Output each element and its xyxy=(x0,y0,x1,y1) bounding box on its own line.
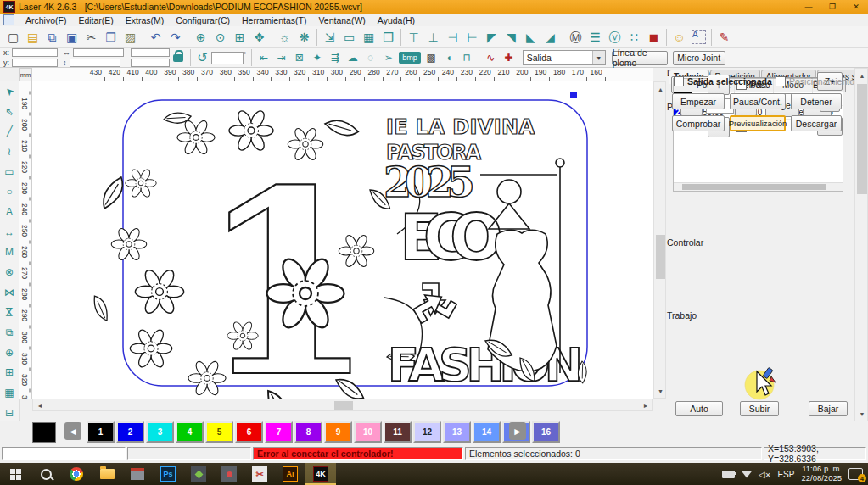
previsualizacion-button[interactable]: Previsualización xyxy=(730,115,786,131)
position-toolbar: x: y: ↔ ↕ ↺ ° ⇤⇥⊠✦⇶☁◌➢ bmp ▩◖⊓ ∿✚ Salida… xyxy=(0,48,868,68)
ruler-number: 210 xyxy=(495,68,513,81)
volume-muted-icon[interactable]: ◁✕ xyxy=(759,470,770,479)
status-input[interactable] xyxy=(2,447,126,460)
chrome-app[interactable] xyxy=(61,463,92,485)
salida-seleccionada-checkbox[interactable]: Salida seleccionada xyxy=(674,76,772,86)
scroll-down-icon[interactable]: ▼ xyxy=(855,409,868,419)
angle-input[interactable] xyxy=(211,52,244,64)
menu-item[interactable]: Configurar(C) xyxy=(170,15,236,25)
vertical-scrollbar[interactable]: ▲ ▼ xyxy=(653,81,666,399)
salida-dropdown[interactable]: Salida▼ xyxy=(523,50,606,65)
palette-swatch[interactable]: 10 xyxy=(354,421,382,443)
y-label: y: xyxy=(3,59,9,67)
wifi-icon[interactable] xyxy=(742,471,752,478)
panel-scrollbar[interactable]: ▲ ▼ xyxy=(854,68,868,421)
start-button[interactable] xyxy=(0,463,31,485)
multi-move-icon: ⇶ xyxy=(331,52,339,64)
menu-item[interactable]: Ventana(W) xyxy=(312,15,371,25)
subir-button[interactable]: Subir xyxy=(740,401,779,416)
palette-prev-button[interactable]: ◄ xyxy=(64,422,81,440)
ruler-number: 230 xyxy=(19,177,31,198)
empezar-button[interactable]: Empezar xyxy=(672,93,725,109)
scroll-up-icon[interactable]: ▲ xyxy=(855,70,868,81)
ruler-number: 190 xyxy=(531,68,550,81)
ruler-number: 270 xyxy=(384,68,402,81)
illustrator-app[interactable]: Ai xyxy=(275,463,305,485)
system-tray: ◁✕ ESP 11:06 p. m. 22/08/2025 4 xyxy=(722,465,868,483)
new-file-icon: ▢ xyxy=(8,31,19,43)
file-explorer-app[interactable] xyxy=(92,463,122,485)
posicionamiento-checkbox[interactable]: Posicionamiento xyxy=(776,76,854,86)
drawing-canvas[interactable]: 1 IE LA DIVINA PASTORA 2025 ECO FASHION xyxy=(32,81,653,399)
palette-swatch[interactable]: 11 xyxy=(384,421,412,443)
scroll-down-icon[interactable]: ▼ xyxy=(654,386,667,396)
dither-icon: ▩ xyxy=(427,52,436,64)
height-input[interactable] xyxy=(70,59,120,67)
menu-item[interactable]: Editar(E) xyxy=(72,15,119,25)
palette-swatch[interactable]: 13 xyxy=(443,421,471,443)
palette-swatch[interactable]: 1 xyxy=(87,421,115,443)
palette-swatch[interactable]: 3 xyxy=(146,421,174,443)
palette-swatch[interactable]: 12 xyxy=(413,421,441,443)
windows-icon xyxy=(10,469,21,480)
rotate-icon[interactable]: ↺ xyxy=(193,49,211,66)
align-corner-br-icon: ◢ xyxy=(546,31,555,43)
notification-icon[interactable]: 4 xyxy=(848,468,863,480)
cloud-icon: ☁ xyxy=(348,52,358,64)
horizontal-scrollbar[interactable]: ◄ ► xyxy=(32,399,653,411)
menu-item[interactable]: Extras(M) xyxy=(120,15,171,25)
language-indicator[interactable]: ESP xyxy=(777,470,794,479)
close-button[interactable]: ✕ xyxy=(844,0,868,14)
palette-next-button[interactable]: ► xyxy=(509,422,526,440)
minimize-button[interactable]: — xyxy=(797,0,820,14)
palette-swatch[interactable]: 4 xyxy=(176,421,204,443)
menu-item[interactable]: Archivo(F) xyxy=(20,15,72,25)
detener-button[interactable]: Detener xyxy=(791,93,842,109)
ruler-number: 240 xyxy=(19,198,31,220)
scale-y-input[interactable] xyxy=(131,59,170,67)
palette-swatch[interactable]: 5 xyxy=(205,421,233,443)
scale-x-input[interactable] xyxy=(131,48,170,57)
photoshop-app[interactable]: Ps xyxy=(153,463,183,485)
scroll-up-icon[interactable]: ▲ xyxy=(654,84,667,94)
ruler-number: 220 xyxy=(476,68,495,81)
bmp-button[interactable]: bmp xyxy=(399,52,421,64)
bajar-button[interactable]: Bajar xyxy=(809,401,848,416)
clock[interactable]: 11:06 p. m. 22/08/2025 xyxy=(801,465,842,483)
comprobar-button[interactable]: Comprobar xyxy=(672,115,725,131)
palette-swatch[interactable]: 14 xyxy=(473,421,501,443)
lead-line-button[interactable]: Línea de plomo xyxy=(612,51,668,65)
search-button[interactable] xyxy=(31,463,61,485)
descargar-button[interactable]: Descargar xyxy=(791,115,842,131)
palette-swatch[interactable]: 8 xyxy=(294,421,322,443)
battery-icon[interactable] xyxy=(722,471,735,478)
recycle-icon xyxy=(410,283,456,324)
ruler-number: 370 xyxy=(198,68,216,81)
y-input[interactable] xyxy=(12,59,58,67)
laser-utility-app[interactable] xyxy=(122,463,153,485)
palette-swatch[interactable]: 7 xyxy=(265,421,293,443)
image-editor-app[interactable] xyxy=(214,463,244,485)
scroll-left-icon[interactable]: ◄ xyxy=(35,399,45,412)
menu-item[interactable]: Herramientas(T) xyxy=(236,15,312,25)
auto-button[interactable]: Auto xyxy=(675,401,723,416)
photo-viewer-app[interactable] xyxy=(183,463,214,485)
x-input[interactable] xyxy=(12,48,58,57)
bridge-icon: ⊓ xyxy=(463,52,471,64)
menu-item[interactable]: Ayuda(H) xyxy=(372,15,421,25)
scroll-right-icon[interactable]: ► xyxy=(641,399,651,412)
laser4k-app[interactable]: 4K xyxy=(305,463,336,485)
ruler-number: 320 xyxy=(19,369,31,390)
palette-swatch[interactable]: 9 xyxy=(324,421,352,443)
pausa-button[interactable]: Pausa/Cont. xyxy=(730,93,786,109)
palette-swatch[interactable]: 2 xyxy=(116,421,144,443)
snipping-app[interactable]: ✂ xyxy=(244,463,275,485)
width-input[interactable] xyxy=(73,48,124,57)
micro-joint-button[interactable]: Micro Joint xyxy=(673,51,725,65)
palette-swatch[interactable]: 16 xyxy=(532,421,560,443)
palette-swatch[interactable]: 6 xyxy=(235,421,263,443)
lock-ratio-icon[interactable] xyxy=(173,54,183,62)
maximize-button[interactable]: ❐ xyxy=(820,0,844,14)
text-select-icon: A xyxy=(692,30,706,44)
table-scrollbar[interactable] xyxy=(674,182,843,191)
